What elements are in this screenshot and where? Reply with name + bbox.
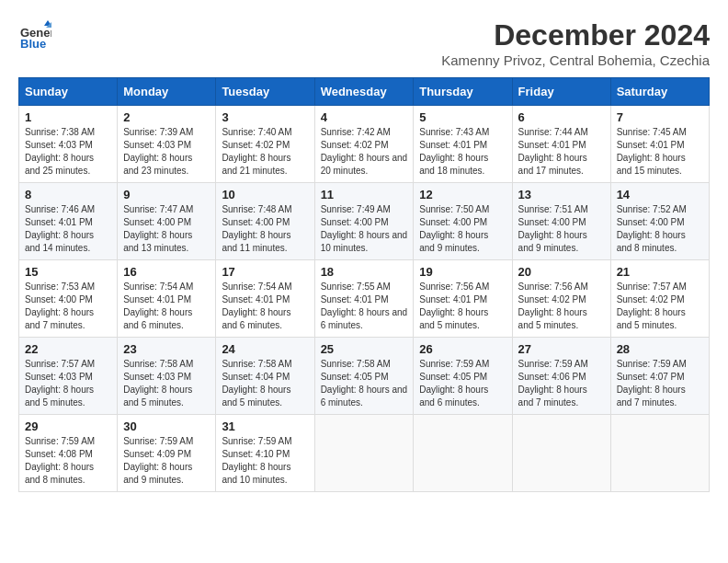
day-info: Sunrise: 7:46 AMSunset: 4:01 PMDaylight:… (25, 204, 95, 253)
day-number: 26 (419, 342, 506, 356)
day-info: Sunrise: 7:58 AMSunset: 4:05 PMDaylight:… (321, 359, 408, 408)
calendar-day-cell (314, 415, 414, 492)
calendar-day-cell: 14 Sunrise: 7:52 AMSunset: 4:00 PMDaylig… (610, 183, 709, 260)
day-number: 17 (222, 265, 308, 279)
day-info: Sunrise: 7:55 AMSunset: 4:01 PMDaylight:… (321, 282, 408, 330)
day-number: 31 (222, 419, 308, 433)
calendar-day-cell (512, 415, 610, 492)
day-info: Sunrise: 7:58 AMSunset: 4:03 PMDaylight:… (123, 359, 193, 408)
day-number: 20 (518, 265, 605, 279)
day-number: 2 (123, 110, 210, 124)
calendar-day-cell: 28 Sunrise: 7:59 AMSunset: 4:07 PMDaylig… (610, 338, 709, 415)
day-info: Sunrise: 7:58 AMSunset: 4:04 PMDaylight:… (222, 359, 291, 408)
calendar-day-cell: 1 Sunrise: 7:38 AMSunset: 4:03 PMDayligh… (19, 106, 118, 183)
day-number: 30 (123, 419, 210, 433)
day-info: Sunrise: 7:38 AMSunset: 4:03 PMDaylight:… (25, 127, 95, 176)
day-info: Sunrise: 7:39 AMSunset: 4:03 PMDaylight:… (123, 127, 193, 176)
day-info: Sunrise: 7:57 AMSunset: 4:03 PMDaylight:… (25, 359, 95, 408)
day-info: Sunrise: 7:56 AMSunset: 4:02 PMDaylight:… (518, 282, 588, 330)
calendar-week-row: 1 Sunrise: 7:38 AMSunset: 4:03 PMDayligh… (19, 106, 710, 183)
calendar-day-cell: 11 Sunrise: 7:49 AMSunset: 4:00 PMDaylig… (314, 183, 414, 260)
day-number: 28 (617, 342, 703, 356)
calendar-day-cell: 15 Sunrise: 7:53 AMSunset: 4:00 PMDaylig… (19, 260, 118, 338)
day-info: Sunrise: 7:49 AMSunset: 4:00 PMDaylight:… (321, 204, 408, 253)
day-number: 14 (617, 188, 703, 201)
day-info: Sunrise: 7:47 AMSunset: 4:00 PMDaylight:… (123, 204, 193, 253)
calendar-day-cell: 13 Sunrise: 7:51 AMSunset: 4:00 PMDaylig… (512, 183, 610, 260)
day-number: 22 (25, 342, 111, 356)
page-header: General Blue December 2024 Kamenny Privo… (18, 18, 710, 68)
day-number: 19 (419, 265, 506, 279)
day-number: 15 (25, 265, 111, 279)
day-number: 16 (123, 265, 210, 279)
location: Kamenny Privoz, Central Bohemia, Czechia (441, 52, 710, 68)
calendar-day-cell: 30 Sunrise: 7:59 AMSunset: 4:09 PMDaylig… (118, 415, 216, 492)
calendar-table: SundayMondayTuesdayWednesdayThursdayFrid… (18, 77, 710, 492)
day-info: Sunrise: 7:51 AMSunset: 4:00 PMDaylight:… (518, 204, 588, 253)
calendar-day-cell: 12 Sunrise: 7:50 AMSunset: 4:00 PMDaylig… (414, 183, 512, 260)
day-number: 18 (321, 265, 408, 279)
day-number: 10 (222, 188, 308, 201)
day-number: 4 (321, 110, 408, 124)
day-info: Sunrise: 7:52 AMSunset: 4:00 PMDaylight:… (617, 204, 687, 253)
weekday-header: Tuesday (216, 78, 314, 106)
day-info: Sunrise: 7:53 AMSunset: 4:00 PMDaylight:… (25, 282, 95, 330)
day-number: 12 (419, 188, 506, 201)
svg-text:Blue: Blue (20, 37, 46, 51)
day-info: Sunrise: 7:59 AMSunset: 4:07 PMDaylight:… (617, 359, 687, 408)
day-number: 29 (25, 419, 111, 433)
day-info: Sunrise: 7:59 AMSunset: 4:09 PMDaylight:… (123, 436, 193, 485)
calendar-day-cell: 29 Sunrise: 7:59 AMSunset: 4:08 PMDaylig… (19, 415, 118, 492)
day-info: Sunrise: 7:54 AMSunset: 4:01 PMDaylight:… (222, 282, 291, 330)
calendar-day-cell: 25 Sunrise: 7:58 AMSunset: 4:05 PMDaylig… (314, 338, 414, 415)
day-info: Sunrise: 7:59 AMSunset: 4:06 PMDaylight:… (518, 359, 588, 408)
calendar-day-cell: 31 Sunrise: 7:59 AMSunset: 4:10 PMDaylig… (216, 415, 314, 492)
day-number: 27 (518, 342, 605, 356)
day-number: 6 (518, 110, 605, 124)
day-number: 13 (518, 188, 605, 201)
calendar-day-cell: 19 Sunrise: 7:56 AMSunset: 4:01 PMDaylig… (414, 260, 512, 338)
day-number: 5 (419, 110, 506, 124)
day-info: Sunrise: 7:59 AMSunset: 4:08 PMDaylight:… (25, 436, 95, 485)
day-number: 1 (25, 110, 111, 124)
calendar-day-cell: 5 Sunrise: 7:43 AMSunset: 4:01 PMDayligh… (414, 106, 512, 183)
day-info: Sunrise: 7:44 AMSunset: 4:01 PMDaylight:… (518, 127, 588, 176)
month-title: December 2024 (441, 18, 710, 52)
weekday-header: Friday (512, 78, 610, 106)
calendar-day-cell: 27 Sunrise: 7:59 AMSunset: 4:06 PMDaylig… (512, 338, 610, 415)
calendar-day-cell: 4 Sunrise: 7:42 AMSunset: 4:02 PMDayligh… (314, 106, 414, 183)
weekday-header: Saturday (610, 78, 709, 106)
day-number: 7 (617, 110, 703, 124)
calendar-day-cell: 26 Sunrise: 7:59 AMSunset: 4:05 PMDaylig… (414, 338, 512, 415)
calendar-week-row: 29 Sunrise: 7:59 AMSunset: 4:08 PMDaylig… (19, 415, 710, 492)
calendar-day-cell (610, 415, 709, 492)
calendar-day-cell: 22 Sunrise: 7:57 AMSunset: 4:03 PMDaylig… (19, 338, 118, 415)
day-number: 11 (321, 188, 408, 201)
weekday-header: Thursday (414, 78, 512, 106)
day-info: Sunrise: 7:56 AMSunset: 4:01 PMDaylight:… (419, 282, 489, 330)
day-info: Sunrise: 7:40 AMSunset: 4:02 PMDaylight:… (222, 127, 291, 176)
calendar-day-cell: 3 Sunrise: 7:40 AMSunset: 4:02 PMDayligh… (216, 106, 314, 183)
day-info: Sunrise: 7:42 AMSunset: 4:02 PMDaylight:… (321, 127, 408, 176)
calendar-day-cell: 9 Sunrise: 7:47 AMSunset: 4:00 PMDayligh… (118, 183, 216, 260)
day-info: Sunrise: 7:57 AMSunset: 4:02 PMDaylight:… (617, 282, 687, 330)
calendar-header-row: SundayMondayTuesdayWednesdayThursdayFrid… (19, 78, 710, 106)
weekday-header: Monday (118, 78, 216, 106)
day-number: 24 (222, 342, 308, 356)
day-info: Sunrise: 7:48 AMSunset: 4:00 PMDaylight:… (222, 204, 291, 253)
day-info: Sunrise: 7:59 AMSunset: 4:05 PMDaylight:… (419, 359, 489, 408)
logo: General Blue (18, 18, 51, 52)
calendar-week-row: 8 Sunrise: 7:46 AMSunset: 4:01 PMDayligh… (19, 183, 710, 260)
day-number: 8 (25, 188, 111, 201)
day-number: 3 (222, 110, 308, 124)
calendar-day-cell: 17 Sunrise: 7:54 AMSunset: 4:01 PMDaylig… (216, 260, 314, 338)
calendar-day-cell: 8 Sunrise: 7:46 AMSunset: 4:01 PMDayligh… (19, 183, 118, 260)
day-info: Sunrise: 7:50 AMSunset: 4:00 PMDaylight:… (419, 204, 489, 253)
calendar-day-cell: 24 Sunrise: 7:58 AMSunset: 4:04 PMDaylig… (216, 338, 314, 415)
calendar-day-cell: 20 Sunrise: 7:56 AMSunset: 4:02 PMDaylig… (512, 260, 610, 338)
day-number: 23 (123, 342, 210, 356)
calendar-day-cell: 21 Sunrise: 7:57 AMSunset: 4:02 PMDaylig… (610, 260, 709, 338)
day-number: 25 (321, 342, 408, 356)
day-number: 9 (123, 188, 210, 201)
calendar-day-cell: 10 Sunrise: 7:48 AMSunset: 4:00 PMDaylig… (216, 183, 314, 260)
